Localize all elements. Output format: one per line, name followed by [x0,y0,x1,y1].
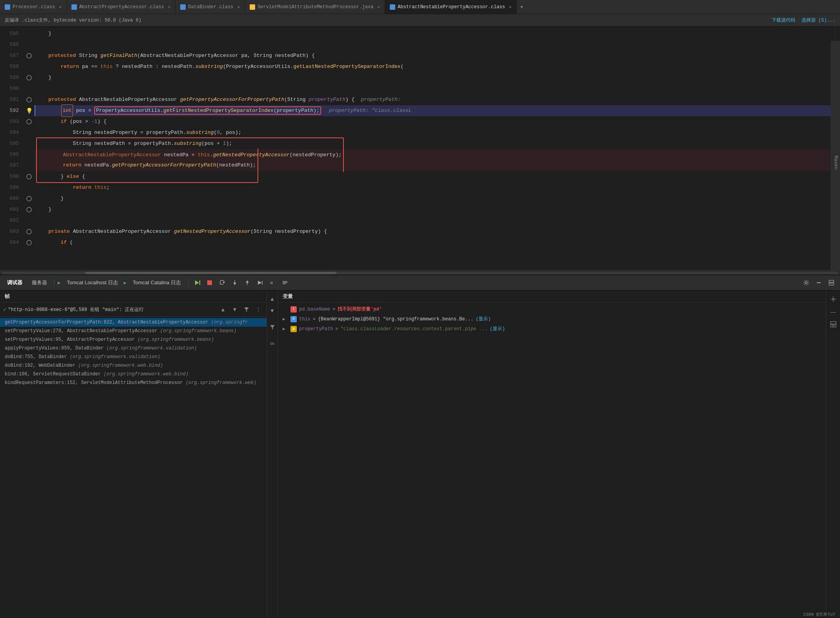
side-filter-btn2[interactable] [267,322,278,332]
decompile-info: 反编译 .class文件, bytecode version: 50.0 (Ja… [5,17,141,24]
line-num-604: 604 [0,237,19,248]
var-expand-propertypath[interactable]: ▶ [283,326,288,331]
vars-panel: 变量 ! pd.baseName = 找不到局部变量'pd' ▶ = this … [278,291,826,618]
var-val-pd: 找不到局部变量'pd' [338,306,382,313]
layout-btn[interactable] [826,277,837,288]
tab-close-servlet[interactable]: ✕ [377,4,380,9]
frame-item-0[interactable]: getPropertyAccessorForPropertyPath:822, … [0,318,267,327]
tab-close-databinder[interactable]: ✕ [237,4,240,9]
debugger-tab-btn[interactable]: 调试器 [3,278,26,288]
settings-btn[interactable] [801,277,812,288]
server-tab-btn[interactable]: 服务器 [28,278,51,288]
more-options-btn[interactable] [279,277,290,288]
svg-point-1 [27,75,31,80]
layout-icon [828,280,835,286]
tab-label-abstract-property: AbstractPropertyAccessor.class [79,4,164,10]
frame-list: getPropertyAccessorForPropertyPath:822, … [0,316,267,618]
var-link-propertypath[interactable]: (显示) [490,325,505,332]
tab-abstract-property[interactable]: AbstractPropertyAccessor.class ✕ [67,0,176,14]
bulb-icon-592[interactable]: 💡 [26,108,33,114]
frame-item-7[interactable]: bindRequestParameters:152, ServletModelA… [0,378,267,387]
var-item-this[interactable]: ▶ = this = {BeanWrapperImpl@5691} "org.s… [278,314,826,324]
run-to-cursor-btn[interactable] [254,277,265,288]
gear-icon [803,280,809,286]
resume-program-btn[interactable] [192,277,203,288]
svg-rect-27 [829,283,834,285]
horizontal-scrollbar[interactable] [0,270,840,275]
vars-settings-btn[interactable] [828,294,839,305]
bottom-toolbar: 调试器 服务器 ▶ Tomcat Localhost 日志 ▶ Tomcat C… [0,275,840,291]
side-infinity-btn[interactable]: ∞ [267,338,278,349]
tab-close-abstract-property[interactable]: ✕ [168,4,171,9]
frames-panel: 帧 ✓ "http-nio-8088-exec-6"@5,589 在组 "mai… [0,291,267,618]
code-line-591: protected AbstractNestablePropertyAccess… [35,94,835,105]
gutter: 💡 [24,27,35,270]
side-down-btn[interactable]: ▼ [267,305,278,316]
bookmark-icon-604 [26,240,32,245]
frame-method-6: bind:106, ServletRequestDataBinder (org.… [5,371,188,377]
tomcat-catalina-icon: ▶ [124,280,126,286]
frame-item-2[interactable]: setPropertyValues:95, AbstractPropertyAc… [0,335,267,344]
svg-rect-26 [829,280,834,282]
svg-marker-15 [233,283,236,285]
tab-servlet[interactable]: ServletModelAttributeMethodProcessor.jav… [245,0,385,14]
select-source-btn[interactable]: 选择源 (S)... [802,17,835,24]
bookmark-icon-603 [26,229,32,234]
tab-databinder[interactable]: DataBinder.class ✕ [175,0,245,14]
tab-processor[interactable]: Processor.class ✕ [0,0,67,14]
frame-item-1[interactable]: setPropertyValue:270, AbstractNestablePr… [0,327,267,335]
frame-item-5[interactable]: doBind:192, WebDataBinder (org.springfra… [0,361,267,370]
step-over-btn[interactable] [217,277,228,288]
evaluate-icon: ≡ [269,280,276,286]
tomcat-localhost-btn[interactable]: Tomcat Localhost 日志 [63,278,122,288]
tab-close-abstract-nestable[interactable]: ✕ [509,4,512,9]
gutter-595 [24,138,35,149]
frame-item-4[interactable]: doBind:755, DataBinder (org.springframew… [0,353,267,361]
tab-overflow-button[interactable]: ▾ [517,3,527,11]
line-num-585: 585 [0,28,19,39]
toolbar-sep-2 [188,279,188,287]
bookmark-icon-598 [26,174,32,179]
tomcat-catalina-btn[interactable]: Tomcat Catalina 日志 [129,278,185,288]
step-out-icon [244,280,250,286]
filter-icon [244,307,249,312]
var-expand-pd [283,307,288,312]
download-source-btn[interactable]: 下载源代码 [772,17,795,24]
gutter-590 [24,83,35,94]
code-line-592: int pos = PropertyAccessorUtils.getFirst… [35,105,835,116]
var-item-propertypath[interactable]: ▶ p propertyPath = "class.classLoader.re… [278,324,826,334]
frame-filter-btn[interactable] [241,304,252,314]
gutter-591 [24,94,35,105]
line-num-596: 596 [0,149,19,160]
frame-method-0: getPropertyAccessorForPropertyPath:822, … [5,320,248,325]
step-into-btn[interactable] [229,277,240,288]
frame-item-6[interactable]: bind:106, ServletRequestDataBinder (org.… [0,370,267,378]
var-expand-this[interactable]: ▶ [283,316,288,322]
var-item-pd-basename[interactable]: ! pd.baseName = 找不到局部变量'pd' [278,304,826,314]
panel-side-controls: ▲ ▼ ∞ [267,291,278,618]
maven-tab[interactable]: Maven [831,41,840,270]
code-line-586 [35,39,835,50]
var-val-propertypath: "class.classLoader.resources.context.par… [341,326,488,332]
svg-rect-23 [283,283,286,284]
frame-more-btn[interactable]: ⋮ [253,304,263,314]
vars-layout-btn[interactable] [828,319,839,330]
var-link-this[interactable]: (显示) [476,316,491,322]
tab-close-processor[interactable]: ✕ [59,4,62,9]
gutter-596 [24,149,35,160]
vars-layout-icon [830,321,836,327]
h-scrollbar-thumb[interactable] [85,272,336,274]
vars-minus-btn[interactable]: — [828,306,839,317]
evaluate-btn[interactable]: ≡ [267,277,278,288]
step-out-btn[interactable] [242,277,253,288]
tab-icon-abstract-property [71,4,77,10]
frame-down-btn[interactable]: ▼ [230,304,240,314]
frame-item-3[interactable]: applyPropertyValues:859, DataBinder (org… [0,344,267,353]
svg-rect-10 [199,280,200,285]
minus-btn[interactable] [813,277,824,288]
stop-btn[interactable] [204,277,215,288]
line-num-589: 589 [0,72,19,83]
frame-up-btn[interactable]: ▲ [218,304,228,314]
side-up-btn[interactable]: ▲ [267,294,278,304]
tab-abstract-nestable[interactable]: AbstractNestablePropertyAccessor.class ✕ [385,0,517,14]
